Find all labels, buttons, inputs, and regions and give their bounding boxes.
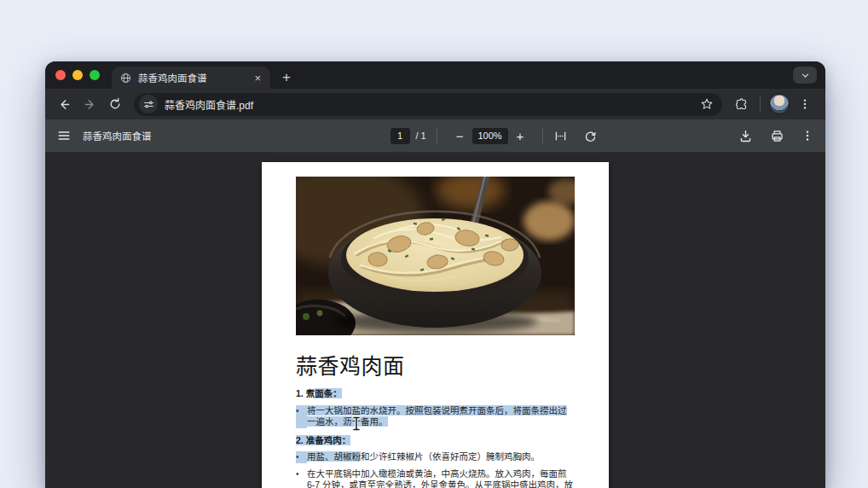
- pdf-toolbar-divider: [542, 127, 543, 144]
- back-arrow-icon: [57, 97, 72, 112]
- profile-avatar: [769, 94, 790, 114]
- selected-text: 将一大锅加盐的水烧开。按照包装说明煮开面条后，将面条捞出过一遍水，沥干备用。: [307, 405, 567, 427]
- address-bar[interactable]: 蒜香鸡肉面食谱.pdf: [134, 93, 722, 116]
- bullet-text: 在大平底锅中加入橄榄油或黄油，中高火烧热。放入鸡肉，每面煎 6-7 分钟，或直至…: [307, 468, 575, 488]
- bullet-marker: •: [296, 451, 307, 463]
- print-button[interactable]: [770, 129, 784, 143]
- browser-menu-button[interactable]: [793, 92, 817, 116]
- pdf-viewport[interactable]: 蒜香鸡肉面 1. 煮面条：•将一大锅加盐的水烧开。按照包装说明煮开面条后，将面条…: [45, 152, 825, 488]
- recipe-bullet-item: •用盐、胡椒粉和少许红辣椒片（依喜好而定）腌制鸡胸肉。: [296, 451, 575, 463]
- browser-toolbar: 蒜香鸡肉面食谱.pdf: [45, 89, 825, 119]
- recipe-step-heading: 2. 准备鸡肉：: [296, 435, 575, 447]
- address-text: 蒜香鸡肉面食谱.pdf: [165, 97, 693, 112]
- rotate-icon: [583, 129, 598, 143]
- chevron-down-icon: [801, 71, 810, 80]
- zoom-level-input[interactable]: 100%: [472, 128, 508, 144]
- globe-favicon-icon: [120, 73, 131, 84]
- kebab-menu-icon: [801, 130, 813, 142]
- puzzle-icon: [734, 97, 749, 112]
- bullet-marker: •: [296, 405, 307, 428]
- bullet-marker: •: [296, 468, 307, 488]
- recipe-step-heading: 1. 煮面条：: [296, 388, 575, 400]
- selected-text: 用盐、胡椒粉: [307, 451, 361, 462]
- selected-text: 2. 准备鸡肉：: [296, 435, 350, 445]
- zoom-in-button[interactable]: +: [508, 130, 533, 142]
- fit-width-icon: [553, 129, 568, 143]
- pdf-toolbar-center: 1 / 1 − 100% +: [391, 119, 599, 152]
- bullet-text: 用盐、胡椒粉和少许红辣椒片（依喜好而定）腌制鸡胸肉。: [307, 451, 575, 463]
- profile-button[interactable]: [767, 92, 791, 116]
- recipe-photo: [296, 177, 575, 335]
- page-count-label: / 1: [416, 131, 426, 141]
- desktop-background: 蒜香鸡肉面食谱 × +: [0, 0, 868, 488]
- pdf-more-button[interactable]: [801, 130, 813, 142]
- tab-title: 蒜香鸡肉面食谱: [138, 71, 245, 84]
- pdf-menu-button[interactable]: [57, 129, 71, 142]
- page-number-input[interactable]: 1: [391, 128, 410, 144]
- tab-strip: 蒜香鸡肉面食谱 × +: [45, 61, 825, 89]
- zoom-out-button[interactable]: −: [448, 130, 472, 142]
- maximize-window-button[interactable]: [90, 70, 100, 80]
- download-icon: [738, 129, 753, 143]
- recipe-bullet-item: •在大平底锅中加入橄榄油或黄油，中高火烧热。放入鸡肉，每面煎 6-7 分钟，或直…: [296, 468, 575, 488]
- minimize-window-button[interactable]: [72, 70, 83, 80]
- recipe-bullet-item: •将一大锅加盐的水烧开。按照包装说明煮开面条后，将面条捞出过一遍水，沥干备用。: [296, 405, 575, 428]
- document-blocks: 1. 煮面条：•将一大锅加盐的水烧开。按照包装说明煮开面条后，将面条捞出过一遍水…: [296, 388, 575, 488]
- fit-width-button[interactable]: [553, 129, 568, 143]
- tab-close-icon[interactable]: ×: [252, 71, 263, 85]
- extensions-button[interactable]: [729, 92, 753, 116]
- reload-icon: [108, 97, 122, 111]
- print-icon: [770, 129, 784, 143]
- text-segment: 和少许红辣椒片（依喜好而定）腌制鸡胸肉。: [361, 451, 540, 462]
- back-button[interactable]: [52, 92, 76, 116]
- pdf-page: 蒜香鸡肉面 1. 煮面条：•将一大锅加盐的水烧开。按照包装说明煮开面条后，将面条…: [262, 162, 609, 488]
- hamburger-icon: [57, 129, 71, 142]
- pdf-document-title: 蒜香鸡肉面食谱: [83, 129, 152, 142]
- document-title: 蒜香鸡肉面: [296, 349, 575, 380]
- browser-tab[interactable]: 蒜香鸡肉面食谱 ×: [112, 67, 270, 89]
- bullet-text: 将一大锅加盐的水烧开。按照包装说明煮开面条后，将面条捞出过一遍水，沥干备用。: [307, 405, 575, 428]
- browser-window: 蒜香鸡肉面食谱 × +: [45, 61, 825, 488]
- text-segment: 1. 煮: [296, 388, 315, 398]
- new-tab-button[interactable]: +: [270, 70, 291, 89]
- selected-text: 面条：: [315, 388, 342, 398]
- bookmark-star-icon[interactable]: [700, 97, 715, 111]
- toolbar-divider: [760, 96, 761, 112]
- close-window-button[interactable]: [55, 70, 66, 80]
- pdf-toolbar-left: 蒜香鸡肉面食谱: [57, 129, 152, 142]
- text-segment: 在大平底锅中加入橄榄油或黄油，中高火烧热。放入鸡肉，每面煎 6-7 分钟，或直至…: [307, 468, 573, 488]
- tab-search-button[interactable]: [793, 67, 817, 84]
- pdf-toolbar-divider: [437, 127, 437, 144]
- download-button[interactable]: [738, 129, 753, 143]
- reload-button[interactable]: [103, 92, 127, 116]
- window-controls: [45, 61, 112, 89]
- site-settings-icon[interactable]: [139, 95, 158, 113]
- forward-button[interactable]: [78, 92, 101, 116]
- pdf-toolbar: 蒜香鸡肉面食谱 1 / 1 − 100% +: [45, 119, 825, 152]
- rotate-button[interactable]: [583, 129, 598, 143]
- pdf-toolbar-right: [738, 129, 813, 143]
- kebab-menu-icon: [799, 98, 811, 110]
- forward-arrow-icon: [83, 97, 97, 112]
